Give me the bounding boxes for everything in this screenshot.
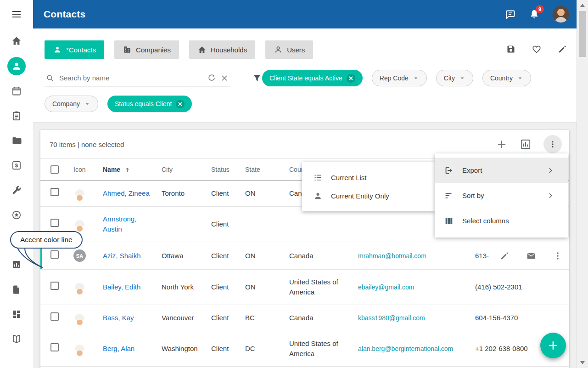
tab-label: *Contacts	[66, 46, 96, 54]
sort-ascending-icon	[124, 166, 131, 173]
contact-name-link[interactable]: Ahmed, Zineea	[103, 189, 150, 197]
contact-name-link[interactable]: Aziz, Shaikh	[103, 252, 141, 260]
filter-chip-rep-code[interactable]: Rep Code	[372, 70, 427, 86]
annotation-callout: Accent color line	[10, 231, 83, 249]
filter-chip-client-state[interactable]: Client State equals Active	[262, 70, 363, 86]
favorite-heart-icon[interactable]	[532, 44, 542, 54]
contact-email-link[interactable]: ebailey@gmail.com	[358, 283, 414, 291]
vertical-scrollbar[interactable]	[577, 0, 588, 368]
search-input[interactable]	[58, 74, 203, 82]
filter-chip-company[interactable]: Company	[45, 96, 98, 112]
billing-icon[interactable]: $	[11, 160, 22, 171]
contact-name-link[interactable]: Berg, Alan	[103, 345, 134, 352]
filter-chip-city[interactable]: City	[436, 70, 473, 86]
contact-avatar-initials: SA	[73, 249, 86, 262]
library-icon[interactable]	[11, 334, 22, 345]
chat-icon[interactable]	[505, 9, 516, 20]
notifications-bell-icon[interactable]: 9	[529, 9, 540, 20]
email-envelope-icon[interactable]	[526, 251, 536, 261]
row-checkbox[interactable]	[50, 312, 59, 321]
edit-pencil-icon[interactable]	[557, 44, 567, 54]
contact-name-link[interactable]: Armstrong, Austin	[103, 215, 136, 233]
top-app-bar: Contacts 9	[33, 0, 577, 28]
menu-item-label: Select columns	[462, 217, 509, 225]
table-row[interactable]: Bailey, Edith North York Client ON Unite…	[40, 270, 569, 305]
filter-chip-country[interactable]: Country	[482, 70, 531, 86]
home-icon[interactable]	[11, 35, 22, 46]
documents-icon[interactable]	[11, 284, 22, 295]
menu-item-sort-by[interactable]: Sort by	[435, 183, 568, 208]
contacts-icon[interactable]	[7, 57, 26, 75]
row-checkbox[interactable]	[50, 188, 59, 196]
search-filter-row: Client State equals Active Rep Code City…	[45, 69, 577, 87]
row-checkbox[interactable]	[50, 282, 59, 290]
dashboard-icon[interactable]	[11, 309, 22, 320]
scrollbar-thumb[interactable]	[579, 11, 586, 57]
tasks-icon[interactable]	[11, 110, 22, 121]
chip-label: City	[444, 74, 455, 82]
chevron-down-icon	[459, 75, 465, 81]
remove-filter-icon[interactable]	[347, 74, 355, 83]
tab-users[interactable]: Users	[265, 40, 313, 59]
menu-icon[interactable]	[11, 9, 22, 20]
remove-filter-icon[interactable]	[176, 100, 185, 108]
cell-status: Client	[211, 212, 245, 237]
tools-icon[interactable]	[11, 185, 22, 196]
calendar-icon[interactable]	[11, 85, 22, 96]
cell-city	[162, 217, 211, 232]
refresh-icon[interactable]	[207, 74, 216, 83]
add-icon[interactable]	[496, 138, 508, 150]
filter-funnel-icon[interactable]	[252, 73, 262, 83]
sidebar: $	[0, 0, 33, 368]
column-header-icon[interactable]: Icon	[73, 166, 103, 173]
star-badge-icon[interactable]	[11, 209, 22, 221]
menu-item-select-columns[interactable]: Select columns	[435, 208, 568, 233]
cell-state: DC	[245, 336, 289, 361]
menu-item-current-entity[interactable]: Current Entity Only	[302, 187, 435, 205]
menu-item-label: Current Entity Only	[331, 192, 389, 200]
contact-email-link[interactable]: mrahman@hotmail.com	[358, 252, 426, 260]
scroll-up-arrow[interactable]	[580, 4, 585, 7]
person-icon	[313, 191, 323, 201]
column-header-name[interactable]: Name	[103, 166, 162, 173]
chevron-right-icon	[547, 192, 554, 199]
save-icon[interactable]	[506, 44, 516, 54]
more-options-button[interactable]	[543, 135, 562, 153]
chevron-down-icon	[413, 75, 419, 81]
column-header-city[interactable]: City	[162, 166, 211, 173]
scroll-down-arrow[interactable]	[580, 361, 585, 364]
contact-name-link[interactable]: Bass, Kay	[103, 314, 134, 322]
menu-item-export[interactable]: Export	[435, 158, 568, 183]
add-contact-fab[interactable]	[540, 333, 566, 358]
chart-columns-icon[interactable]	[520, 138, 532, 150]
cell-country: United States of America	[289, 331, 358, 366]
table-row-selected[interactable]: SA Aziz, Shaikh Ottawa Client ON Canada …	[40, 242, 569, 270]
menu-item-label: Sort by	[462, 192, 484, 199]
column-header-state[interactable]: State	[245, 166, 289, 173]
tab-contacts[interactable]: *Contacts	[45, 40, 104, 59]
row-checkbox[interactable]	[50, 219, 59, 227]
table-row[interactable]: Bass, Kay Vancouver Client BC Canada kba…	[40, 305, 569, 331]
export-icon	[444, 165, 454, 176]
cell-state: ON	[245, 275, 289, 300]
user-avatar[interactable]	[553, 6, 569, 23]
row-more-options-icon[interactable]	[553, 251, 563, 261]
contact-email-link[interactable]: alan.berg@berginternational.com	[358, 345, 453, 352]
tab-households[interactable]: Households	[189, 40, 255, 59]
column-header-status[interactable]: Status	[211, 166, 245, 173]
cell-phone: (416) 502-2301	[475, 275, 569, 300]
row-checkbox[interactable]	[50, 250, 59, 259]
folder-icon[interactable]	[11, 135, 22, 146]
table-row[interactable]: Berg, Alan Washington Client DC United S…	[40, 331, 569, 367]
menu-item-current-list[interactable]: Current List	[302, 168, 435, 187]
tab-companies[interactable]: Companies	[114, 40, 179, 59]
row-checkbox[interactable]	[50, 343, 59, 351]
contact-email-link[interactable]: kbass1980@gmail.com	[358, 314, 425, 322]
clear-search-icon[interactable]	[220, 74, 229, 83]
filter-chip-status[interactable]: Status equals Client	[107, 96, 192, 112]
contact-name-link[interactable]: Bailey, Edith	[103, 283, 140, 291]
filter-chips-row2: Company Status equals Client	[45, 96, 577, 112]
select-all-checkbox[interactable]	[50, 165, 59, 174]
edit-pencil-icon[interactable]	[499, 251, 510, 261]
svg-text:$: $	[15, 163, 18, 168]
